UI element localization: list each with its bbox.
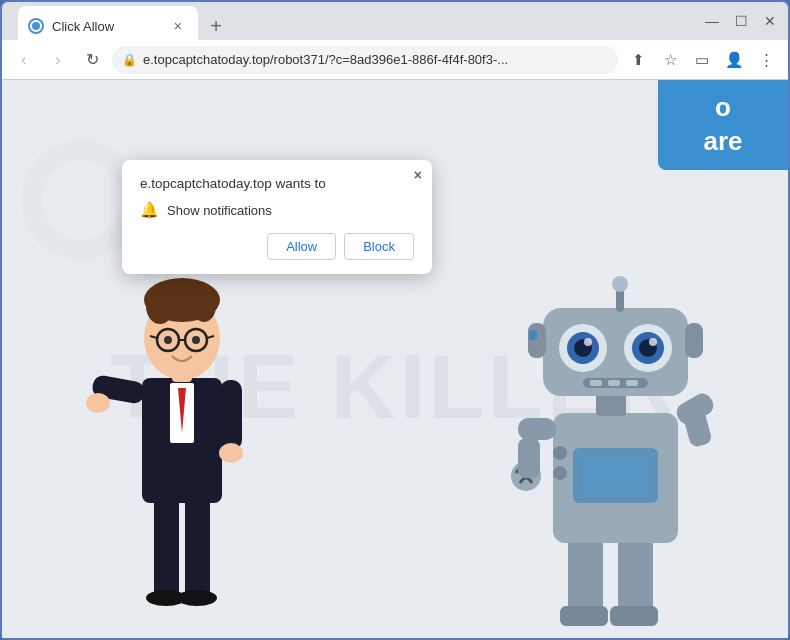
page-content: o are THE KILLER [2,80,788,638]
allow-button[interactable]: Allow [267,233,336,260]
svg-rect-34 [518,418,556,440]
svg-rect-28 [610,606,658,626]
refresh-icon: ↻ [86,50,99,69]
bookmark-icon: ☆ [664,51,677,69]
man-illustration [82,218,282,638]
svg-rect-31 [583,456,648,494]
highlight-line1: o [715,91,731,125]
minimize-button[interactable]: — [705,13,719,29]
maximize-button[interactable]: ☐ [735,13,748,29]
tab-bar: Click Allow × + [10,2,780,40]
title-bar: Click Allow × + — ☐ ✕ [2,2,788,40]
forward-icon: › [55,51,60,69]
menu-button[interactable]: ⋮ [752,46,780,74]
svg-point-33 [553,466,567,480]
robot-illustration [508,258,728,638]
window-controls: — ☐ ✕ [705,13,776,29]
lock-icon: 🔒 [122,53,137,67]
back-button[interactable]: ‹ [10,46,38,74]
highlight-line2: are [703,125,742,159]
svg-rect-36 [518,438,540,478]
popup-notification-row: 🔔 Show notifications [140,201,414,219]
svg-point-32 [553,446,567,460]
svg-rect-56 [608,380,620,386]
share-button[interactable]: ⬆ [624,46,652,74]
bell-icon: 🔔 [140,201,159,219]
account-button[interactable]: 👤 [720,46,748,74]
address-bar[interactable]: 🔒 e.topcaptchatoday.top/robot371/?c=8ad3… [112,46,618,74]
highlight-box: o are [658,80,788,170]
svg-rect-53 [685,323,703,358]
svg-rect-10 [220,380,242,450]
svg-rect-27 [560,606,608,626]
svg-point-16 [146,288,174,324]
popup-buttons: Allow Block [140,233,414,260]
close-window-button[interactable]: ✕ [764,13,776,29]
menu-icon: ⋮ [759,51,774,69]
extension-icon: ▭ [695,51,709,69]
active-tab[interactable]: Click Allow × [18,6,198,40]
svg-rect-2 [154,498,179,598]
svg-rect-55 [590,380,602,386]
block-button[interactable]: Block [344,233,414,260]
account-icon: 👤 [725,51,744,69]
popup-notification-label: Show notifications [167,203,272,218]
svg-point-46 [584,338,592,346]
svg-point-24 [192,336,200,344]
navigation-bar: ‹ › ↻ 🔒 e.topcaptchatoday.top/robot371/?… [2,40,788,80]
svg-point-23 [164,336,172,344]
url-text: e.topcaptchatoday.top/robot371/?c=8ad396… [143,52,608,67]
svg-point-42 [612,276,628,292]
tab-close-button[interactable]: × [170,16,186,36]
refresh-button[interactable]: ↻ [78,46,106,74]
svg-rect-51 [528,323,546,358]
notification-popup: × e.topcaptchatoday.top wants to 🔔 Show … [122,160,432,274]
tab-favicon-icon [28,18,44,34]
svg-rect-52 [529,330,537,340]
popup-close-button[interactable]: × [414,168,422,182]
svg-point-17 [192,290,216,322]
svg-rect-57 [626,380,638,386]
svg-point-50 [649,338,657,346]
svg-point-11 [219,443,243,463]
forward-button[interactable]: › [44,46,72,74]
svg-point-12 [86,393,110,413]
bookmark-button[interactable]: ☆ [656,46,684,74]
new-tab-button[interactable]: + [202,12,230,40]
nav-action-buttons: ⬆ ☆ ▭ 👤 ⋮ [624,46,780,74]
svg-point-5 [177,590,217,606]
svg-rect-3 [185,498,210,598]
extension-button[interactable]: ▭ [688,46,716,74]
back-icon: ‹ [21,51,26,69]
browser-window: Click Allow × + — ☐ ✕ ‹ › ↻ 🔒 e.topcaptc… [0,0,790,640]
popup-title: e.topcaptchatoday.top wants to [140,176,414,191]
tab-title: Click Allow [52,19,114,34]
share-icon: ⬆ [632,51,645,69]
